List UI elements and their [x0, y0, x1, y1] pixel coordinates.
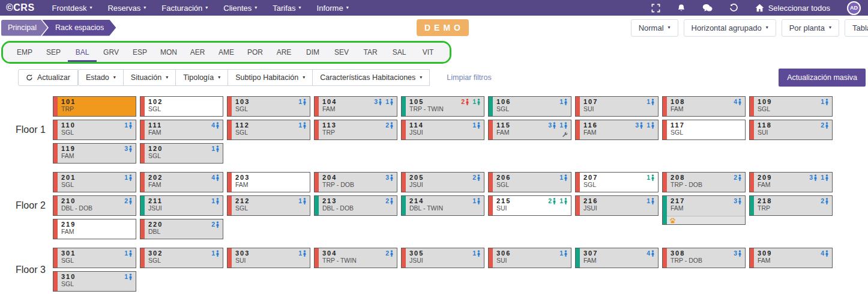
- bulk-update-button[interactable]: Actualización masiva: [779, 69, 866, 87]
- occupant-count: 1: [124, 121, 128, 129]
- room-card[interactable]: 206 1 SGL: [488, 172, 571, 192]
- room-card[interactable]: 102 SGL: [140, 96, 223, 117]
- room-card[interactable]: 106 1 SGL: [488, 96, 571, 117]
- tab-are[interactable]: ARE: [270, 43, 298, 62]
- filter-dropdown-estado[interactable]: Estado▾: [78, 69, 124, 86]
- room-card[interactable]: 112 1 SGL: [227, 120, 310, 140]
- room-card[interactable]: 210 2 DBL - DOB: [53, 195, 136, 216]
- room-card[interactable]: 211 1 JSUI: [140, 195, 223, 216]
- tab-emp[interactable]: EMP: [10, 43, 39, 62]
- room-card[interactable]: 220 2 DBL: [140, 219, 223, 239]
- room-card[interactable]: 203 FAM: [227, 172, 310, 192]
- room-card[interactable]: 212 1 SGL: [227, 195, 310, 216]
- room-card[interactable]: 301 1 SGL: [53, 248, 136, 268]
- tab-por[interactable]: POR: [241, 43, 270, 62]
- filter-dropdown-caracteristicas-habitaciones[interactable]: Características Habitaciones▾: [312, 69, 430, 86]
- breadcrumb-rack-espacios[interactable]: Rack espacios: [42, 20, 116, 36]
- room-card[interactable]: 303 1 SUI: [227, 248, 310, 268]
- room-card[interactable]: 208 2 TRP - DOB: [662, 172, 746, 192]
- room-card[interactable]: 111 4 FAM: [140, 120, 223, 140]
- nav-menu-frontdesk[interactable]: Frontdesk▾: [44, 0, 100, 16]
- room-card[interactable]: 101 TRP: [53, 96, 136, 117]
- view-control-por-planta[interactable]: Por planta▾: [782, 19, 839, 37]
- room-card[interactable]: 216 1 JSUI: [575, 195, 659, 216]
- clear-filters-link[interactable]: Limpiar filtros: [447, 73, 491, 82]
- room-card[interactable]: 109 1 SGL: [749, 96, 833, 117]
- tab-tar[interactable]: TAR: [356, 43, 385, 62]
- room-card[interactable]: 116 31 FAM: [575, 120, 659, 140]
- tab-grv[interactable]: GRV: [97, 43, 125, 62]
- occupant-count: 1: [559, 250, 563, 257]
- nav-menu-facturacion[interactable]: Facturación▾: [154, 0, 215, 16]
- room-card[interactable]: 213 2 DBL - DOB: [314, 195, 397, 216]
- room-card[interactable]: 110 1 SGL: [53, 120, 136, 140]
- filter-dropdown-situacion[interactable]: Situación▾: [123, 69, 176, 86]
- select-all-button[interactable]: Seleccionar todos: [755, 4, 830, 13]
- tab-aer[interactable]: AER: [183, 43, 212, 62]
- tab-ame[interactable]: AME: [212, 43, 241, 62]
- room-card[interactable]: 108 4 FAM: [662, 96, 746, 117]
- view-control-normal[interactable]: Normal▾: [631, 19, 678, 37]
- room-card[interactable]: 113 2 TRP: [314, 120, 397, 140]
- room-card[interactable]: 117 SGL: [662, 120, 746, 140]
- view-control-tabla[interactable]: Tabla: [845, 19, 868, 37]
- room-card[interactable]: 305 1 JSUI: [401, 248, 484, 268]
- tab-bal[interactable]: BAL: [68, 43, 97, 62]
- breadcrumb-principal[interactable]: Principal: [1, 20, 47, 36]
- room-card[interactable]: 202 4 FAM: [140, 172, 223, 192]
- bell-icon[interactable]: [677, 4, 686, 13]
- avatar[interactable]: AD: [847, 1, 861, 15]
- refresh-button[interactable]: Actualizar: [18, 69, 78, 86]
- room-card[interactable]: 201 1 SGL: [53, 172, 136, 192]
- view-control-horizontal-agrupado[interactable]: Horizontal agrupado▾: [684, 19, 776, 37]
- room-status-bar: [140, 219, 145, 239]
- room-card[interactable]: 204 3 TRP - DOB: [314, 172, 397, 192]
- room-card[interactable]: 308 3 TRP - DOB: [662, 248, 746, 268]
- room-card[interactable]: 207 1 SGL: [575, 172, 659, 192]
- room-card[interactable]: 302 1 SGL: [140, 248, 223, 268]
- nav-menu-reservas[interactable]: Reservas▾: [100, 0, 154, 16]
- fullscreen-icon[interactable]: [651, 4, 660, 13]
- occupant-group: 1: [124, 250, 133, 257]
- room-status-bar: [663, 120, 667, 139]
- filter-dropdown-subtipo-habitacion[interactable]: Subtipo Habitación▾: [228, 69, 313, 86]
- room-card[interactable]: 115 31 FAM: [488, 120, 571, 140]
- room-card[interactable]: 304 2 TRP - TWIN: [314, 248, 397, 268]
- room-card[interactable]: 214 1 DBL - TWIN: [401, 195, 484, 216]
- tab-mon[interactable]: MON: [154, 43, 183, 62]
- room-card[interactable]: 309 4 FAM: [749, 248, 833, 268]
- room-card[interactable]: 119 3 FAM: [53, 143, 136, 164]
- nav-menu-clientes[interactable]: Clientes▾: [215, 0, 265, 16]
- occupant-group: 3: [124, 145, 133, 152]
- room-card[interactable]: 103 1 SGL: [227, 96, 310, 117]
- tab-sal[interactable]: SAL: [385, 43, 414, 62]
- tab-sev[interactable]: SEV: [327, 43, 356, 62]
- room-status-bar: [663, 97, 667, 116]
- room-card[interactable]: 215 21 SUI: [488, 195, 571, 216]
- history-icon[interactable]: [729, 4, 738, 13]
- room-card[interactable]: 217 3 FAM: [662, 195, 746, 225]
- tab-vit[interactable]: VIT: [414, 43, 442, 62]
- filter-dropdowns: Estado▾Situación▾Tipología▾Subtipo Habit…: [78, 69, 430, 86]
- filter-dropdown-tipologia[interactable]: Tipología▾: [175, 69, 228, 86]
- tab-esp[interactable]: ESP: [125, 43, 154, 62]
- room-card[interactable]: 219 FAM: [53, 219, 136, 239]
- room-card[interactable]: 118 2 SUI: [749, 120, 833, 140]
- room-card[interactable]: 218 2 TRP: [749, 195, 833, 216]
- room-card[interactable]: 307 4 FAM: [575, 248, 659, 268]
- nav-menu-informe[interactable]: Informe▾: [309, 0, 357, 16]
- tab-dim[interactable]: DIM: [298, 43, 327, 62]
- chat-icon[interactable]: [702, 4, 713, 12]
- room-card[interactable]: 105 21 TRP - TWIN: [401, 96, 484, 117]
- room-card[interactable]: 205 2 JSUI: [401, 172, 484, 192]
- room-card[interactable]: 306 1 SUI: [488, 248, 571, 268]
- room-card[interactable]: 310 1 SGL: [53, 271, 136, 292]
- nav-menu-tarifas[interactable]: Tarifas▾: [265, 0, 309, 16]
- room-card[interactable]: 120 1 SGL: [140, 143, 223, 164]
- room-card[interactable]: 107 1 SUI: [575, 96, 659, 117]
- room-card[interactable]: 209 31 FAM: [749, 172, 833, 192]
- tab-sep[interactable]: SEP: [39, 43, 68, 62]
- chevron-down-icon: ▾: [113, 75, 116, 80]
- room-card[interactable]: 104 31 FAM: [314, 96, 397, 117]
- room-card[interactable]: 114 1 JSUI: [401, 120, 484, 140]
